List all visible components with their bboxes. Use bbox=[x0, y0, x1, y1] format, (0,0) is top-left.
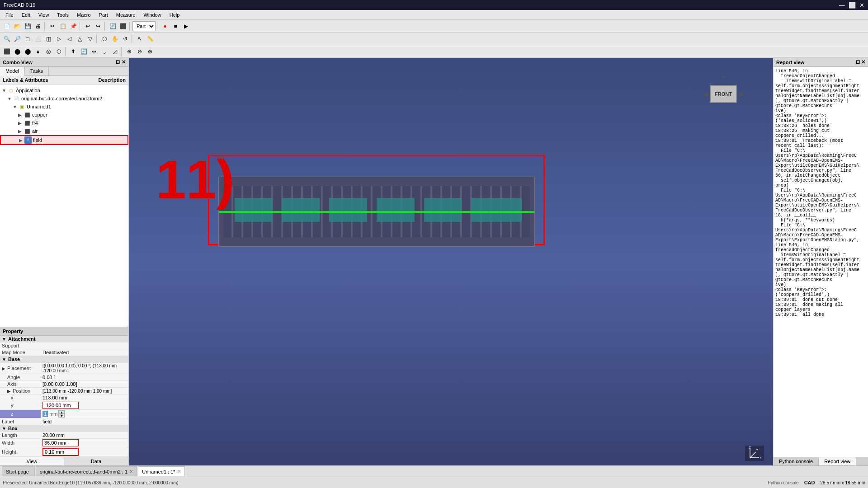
cut-btn[interactable]: ✂ bbox=[47, 21, 57, 31]
select-btn[interactable]: ↖ bbox=[135, 34, 145, 44]
tab-unnamed1-close[interactable]: ✕ bbox=[177, 469, 181, 474]
height-value[interactable]: 0.10 mm bbox=[42, 448, 79, 456]
nav-cube[interactable]: ▲ ▼ ◀ ▶ FRONT bbox=[701, 71, 746, 117]
expand-unnamed1[interactable]: ▼ bbox=[13, 104, 18, 109]
menu-measure[interactable]: Measure bbox=[113, 11, 139, 19]
view-3d-btn[interactable]: ◻ bbox=[23, 34, 33, 44]
maximize-btn[interactable]: ⬜ bbox=[849, 2, 856, 9]
copy-btn[interactable]: 📋 bbox=[58, 21, 68, 31]
menu-macro[interactable]: Macro bbox=[73, 11, 94, 19]
nav-cube-face[interactable]: FRONT bbox=[710, 85, 737, 103]
torus-btn[interactable]: ◎ bbox=[43, 47, 53, 56]
nav-arrow-up[interactable]: ▲ bbox=[720, 72, 727, 80]
report-view-controls[interactable]: ⊡ ✕ bbox=[856, 59, 865, 65]
tree-item-application[interactable]: ▼ ⬡ Application bbox=[0, 86, 128, 94]
zoom-in-btn[interactable]: 🔎 bbox=[12, 34, 22, 44]
window-controls[interactable]: — ⬜ ✕ bbox=[839, 2, 864, 9]
prism-btn[interactable]: ⬡ bbox=[54, 47, 64, 56]
bv-tab-python[interactable]: Python console bbox=[774, 457, 819, 465]
macro-record-btn[interactable]: ● bbox=[160, 21, 170, 31]
nav-arrow-left[interactable]: ◀ bbox=[702, 90, 709, 98]
menu-file[interactable]: File bbox=[2, 11, 17, 19]
menu-part[interactable]: Part bbox=[95, 11, 112, 19]
tree-item-fr4[interactable]: ▶ ⬛ fr4 bbox=[0, 119, 128, 127]
paste-btn[interactable]: 📌 bbox=[68, 21, 78, 31]
view-right-btn[interactable]: ▷ bbox=[54, 34, 64, 44]
tab-start-page[interactable]: Start page bbox=[2, 466, 35, 476]
viewport[interactable]: 11) ▲ bbox=[129, 58, 773, 465]
cylinder-btn[interactable]: ⬤ bbox=[12, 47, 22, 56]
prop-row-z[interactable]: z 1 mm ▲ ▼ bbox=[0, 410, 128, 418]
rotate-btn[interactable]: ↺ bbox=[120, 34, 130, 44]
fillet-btn[interactable]: ◞ bbox=[99, 47, 109, 56]
close-panel-btn[interactable]: ✕ bbox=[122, 59, 126, 65]
tab-tasks[interactable]: Tasks bbox=[25, 67, 49, 75]
view-bottom-btn[interactable]: ▽ bbox=[85, 34, 95, 44]
nav-arrow-down[interactable]: ▼ bbox=[720, 108, 727, 116]
macro-stop-btn[interactable]: ■ bbox=[170, 21, 180, 31]
save-btn[interactable]: 💾 bbox=[23, 21, 33, 31]
workbench-dropdown[interactable]: Part bbox=[132, 21, 156, 31]
tab-doc1-close[interactable]: ✕ bbox=[129, 469, 133, 474]
undock-btn[interactable]: ⊡ bbox=[116, 59, 120, 65]
box-btn[interactable]: ⬛ bbox=[2, 47, 12, 56]
tree-item-unnamed1[interactable]: ▼ ▣ Unnamed1 bbox=[0, 103, 128, 111]
close-report-btn[interactable]: ✕ bbox=[861, 59, 865, 65]
menu-edit[interactable]: Edit bbox=[18, 11, 34, 19]
refresh-btn[interactable]: 🔄 bbox=[108, 21, 118, 31]
tab-model[interactable]: Model bbox=[0, 67, 25, 76]
stop-btn[interactable]: ⬛ bbox=[118, 21, 128, 31]
new-btn[interactable]: 📄 bbox=[2, 21, 12, 31]
boolean-intersect-btn[interactable]: ⊗ bbox=[145, 47, 155, 56]
measure-btn[interactable]: 📏 bbox=[145, 34, 155, 44]
expand-doc[interactable]: ▼ bbox=[7, 96, 13, 101]
view-back-btn[interactable]: ◫ bbox=[43, 34, 53, 44]
z-spin-up[interactable]: ▲ bbox=[58, 410, 65, 414]
undock-report-btn[interactable]: ⊡ bbox=[856, 59, 860, 65]
view-left-btn[interactable]: ◁ bbox=[64, 34, 74, 44]
view-tab-view[interactable]: View bbox=[0, 457, 64, 465]
menu-tools[interactable]: Tools bbox=[53, 11, 72, 19]
view-front-btn[interactable]: ⬜ bbox=[33, 34, 43, 44]
menu-view[interactable]: View bbox=[35, 11, 53, 19]
undo-btn[interactable]: ↩ bbox=[83, 21, 93, 31]
expand-fr4[interactable]: ▶ bbox=[18, 121, 24, 126]
chamfer-btn[interactable]: ◿ bbox=[110, 47, 120, 56]
close-btn[interactable]: ✕ bbox=[859, 2, 864, 9]
tree-item-doc[interactable]: ▼ 📄 original-but-drc-corrected-and-0mm2 bbox=[0, 94, 128, 103]
open-btn[interactable]: 📂 bbox=[12, 21, 22, 31]
minimize-btn[interactable]: — bbox=[839, 2, 845, 9]
box-zoom-btn[interactable]: ⬡ bbox=[99, 34, 109, 44]
description-col-header: Description bbox=[98, 77, 126, 83]
tab-doc1[interactable]: original-but-drc-corrected-and-0mm2 : 1 … bbox=[36, 466, 137, 476]
prop-row-height[interactable]: Height 0.10 mm bbox=[0, 447, 128, 457]
boolean-cut-btn[interactable]: ⊖ bbox=[135, 47, 145, 56]
tree-item-field[interactable]: ▶ f field bbox=[0, 135, 128, 145]
combo-view-controls[interactable]: ⊡ ✕ bbox=[116, 59, 126, 65]
nav-arrow-right[interactable]: ▶ bbox=[738, 90, 745, 98]
bv-tab-report[interactable]: Report view bbox=[819, 457, 856, 465]
view-top-btn[interactable]: △ bbox=[75, 34, 85, 44]
pan-btn[interactable]: ✋ bbox=[110, 34, 120, 44]
macro-run-btn[interactable]: ▶ bbox=[181, 21, 191, 31]
expand-air[interactable]: ▶ bbox=[18, 129, 24, 134]
z-spin-down[interactable]: ▼ bbox=[58, 414, 65, 418]
expand-copper[interactable]: ▶ bbox=[18, 113, 24, 117]
tree-item-copper[interactable]: ▶ ⬛ copper bbox=[0, 111, 128, 119]
mirror-btn[interactable]: ⇔ bbox=[89, 47, 99, 56]
cone-btn[interactable]: ▲ bbox=[33, 47, 43, 56]
extrude-btn[interactable]: ⬆ bbox=[68, 47, 78, 56]
expand-field[interactable]: ▶ bbox=[19, 138, 24, 143]
zoom-fit-btn[interactable]: 🔍 bbox=[2, 34, 12, 44]
print-btn[interactable]: 🖨 bbox=[33, 21, 43, 31]
tab-unnamed1[interactable]: Unnamed1 : 1* ✕ bbox=[138, 466, 184, 476]
view-tab-data[interactable]: Data bbox=[64, 457, 128, 465]
tree-item-air[interactable]: ▶ ⬛ air bbox=[0, 127, 128, 135]
redo-btn[interactable]: ↪ bbox=[93, 21, 103, 31]
menu-help[interactable]: Help bbox=[166, 11, 184, 19]
menu-window[interactable]: Window bbox=[140, 11, 165, 19]
revolve-btn[interactable]: 🔄 bbox=[79, 47, 89, 56]
expand-application[interactable]: ▼ bbox=[2, 88, 7, 93]
boolean-union-btn[interactable]: ⊕ bbox=[124, 47, 134, 56]
sphere-btn[interactable]: ⬤ bbox=[23, 47, 33, 56]
